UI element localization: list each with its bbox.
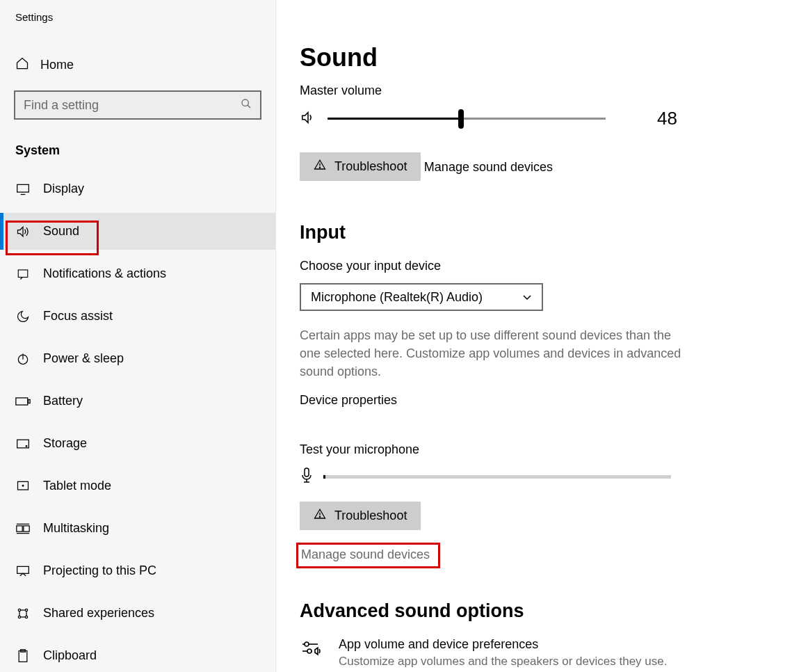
svg-point-10 xyxy=(26,445,27,447)
svg-point-21 xyxy=(25,616,27,618)
manage-sound-devices-link-2[interactable]: Manage sound devices xyxy=(301,547,430,562)
sound-icon xyxy=(15,225,31,239)
svg-line-1 xyxy=(248,105,250,108)
sidebar-item-multitasking[interactable]: Multitasking xyxy=(0,510,275,547)
sidebar-item-label: Notifications & actions xyxy=(43,266,166,281)
mic-level-bar xyxy=(323,475,671,479)
svg-rect-4 xyxy=(18,270,28,278)
sidebar-category: System xyxy=(0,132,275,170)
app-volume-title: App volume and device preferences xyxy=(339,637,667,652)
svg-rect-8 xyxy=(29,399,31,403)
focus-assist-icon xyxy=(15,310,31,323)
sidebar-item-label: Display xyxy=(43,182,84,196)
sidebar-item-label: Projecting to this PC xyxy=(43,563,156,578)
svg-point-20 xyxy=(18,616,20,618)
input-explanation-text: Certain apps may be set up to use differ… xyxy=(300,326,689,381)
home-label: Home xyxy=(40,58,74,72)
svg-point-29 xyxy=(319,167,320,168)
selected-device-text: Microphone (Realtek(R) Audio) xyxy=(311,290,483,305)
sidebar-item-label: Shared experiences xyxy=(43,606,154,621)
clipboard-icon xyxy=(15,649,31,663)
display-icon xyxy=(15,183,31,195)
sidebar-item-tablet-mode[interactable]: Tablet mode xyxy=(0,467,275,504)
tablet-mode-icon xyxy=(15,480,31,493)
manage-sound-devices-link-1[interactable]: Manage sound devices xyxy=(424,160,553,175)
warning-icon xyxy=(314,508,326,524)
svg-point-38 xyxy=(307,649,312,653)
search-input[interactable]: Find a setting xyxy=(14,90,261,120)
battery-icon xyxy=(15,397,31,406)
multitasking-icon xyxy=(15,522,31,535)
troubleshoot-output-button[interactable]: Troubleshoot xyxy=(300,152,421,181)
sidebar: Settings Home Find a setting System Disp… xyxy=(0,0,276,672)
main-content: Sound Master volume 48 Troubleshoot Mana… xyxy=(276,0,792,672)
sidebar-item-sound[interactable]: Sound xyxy=(0,213,275,250)
app-volume-subtitle: Customize app volumes and the speakers o… xyxy=(339,655,667,669)
shared-icon xyxy=(15,607,31,621)
sidebar-item-battery[interactable]: Battery xyxy=(0,383,275,419)
app-volume-preferences-link[interactable]: App volume and device preferences Custom… xyxy=(300,637,771,669)
advanced-section-header: Advanced sound options xyxy=(300,600,771,622)
power-icon xyxy=(15,352,31,366)
sidebar-item-power-sleep[interactable]: Power & sleep xyxy=(0,340,275,377)
troubleshoot-label: Troubleshoot xyxy=(334,509,407,523)
sidebar-item-label: Focus assist xyxy=(43,309,113,323)
home-nav[interactable]: Home xyxy=(0,47,275,83)
sidebar-item-notifications[interactable]: Notifications & actions xyxy=(0,255,275,292)
svg-rect-14 xyxy=(24,525,29,531)
storage-icon xyxy=(15,438,31,449)
sidebar-item-label: Battery xyxy=(43,394,83,408)
sidebar-item-focus-assist[interactable]: Focus assist xyxy=(0,298,275,335)
sidebar-item-projecting[interactable]: Projecting to this PC xyxy=(0,552,275,589)
page-title: Sound xyxy=(300,43,771,72)
search-icon xyxy=(241,98,252,112)
search-placeholder: Find a setting xyxy=(24,98,99,113)
window-title: Settings xyxy=(0,8,275,31)
input-section-header: Input xyxy=(300,222,771,243)
test-microphone-label: Test your microphone xyxy=(300,442,771,457)
device-properties-link[interactable]: Device properties xyxy=(300,393,397,408)
svg-point-34 xyxy=(319,516,320,517)
input-device-select[interactable]: Microphone (Realtek(R) Audio) xyxy=(300,283,543,311)
annotation-highlight-manage: Manage sound devices xyxy=(296,543,440,568)
svg-rect-26 xyxy=(19,650,27,662)
speaker-icon[interactable] xyxy=(300,110,316,128)
svg-rect-7 xyxy=(16,397,28,404)
svg-point-12 xyxy=(22,485,24,486)
troubleshoot-label: Troubleshoot xyxy=(334,159,407,174)
choose-input-label: Choose your input device xyxy=(300,259,771,273)
svg-rect-13 xyxy=(17,525,22,531)
mic-test-row xyxy=(300,467,771,486)
svg-rect-2 xyxy=(17,184,29,192)
projecting-icon xyxy=(15,565,31,577)
svg-rect-17 xyxy=(17,566,29,573)
troubleshoot-input-button[interactable]: Troubleshoot xyxy=(300,502,421,530)
sidebar-item-label: Multitasking xyxy=(43,521,109,536)
volume-slider[interactable] xyxy=(328,112,606,126)
sidebar-item-label: Storage xyxy=(43,436,87,451)
sidebar-item-label: Sound xyxy=(43,224,79,239)
volume-value: 48 xyxy=(657,108,677,129)
svg-rect-30 xyxy=(305,468,309,477)
notifications-icon xyxy=(15,268,31,280)
warning-icon xyxy=(314,159,326,175)
sidebar-item-display[interactable]: Display xyxy=(0,170,275,207)
svg-point-0 xyxy=(242,99,248,106)
master-volume-label: Master volume xyxy=(300,83,771,98)
sidebar-item-label: Tablet mode xyxy=(43,479,111,493)
sidebar-item-label: Power & sleep xyxy=(43,351,124,366)
sidebar-item-storage[interactable]: Storage xyxy=(0,425,275,462)
microphone-icon xyxy=(300,467,314,486)
sidebar-item-label: Clipboard xyxy=(43,648,97,663)
sidebar-item-clipboard[interactable]: Clipboard xyxy=(0,637,275,672)
sidebar-item-shared-experiences[interactable]: Shared experiences xyxy=(0,595,275,632)
svg-point-19 xyxy=(25,609,27,611)
master-volume-row: 48 xyxy=(300,108,771,129)
mixer-icon xyxy=(300,637,323,662)
svg-point-18 xyxy=(18,609,20,611)
home-icon xyxy=(15,56,29,74)
chevron-down-icon xyxy=(522,290,532,305)
svg-point-36 xyxy=(305,642,309,646)
